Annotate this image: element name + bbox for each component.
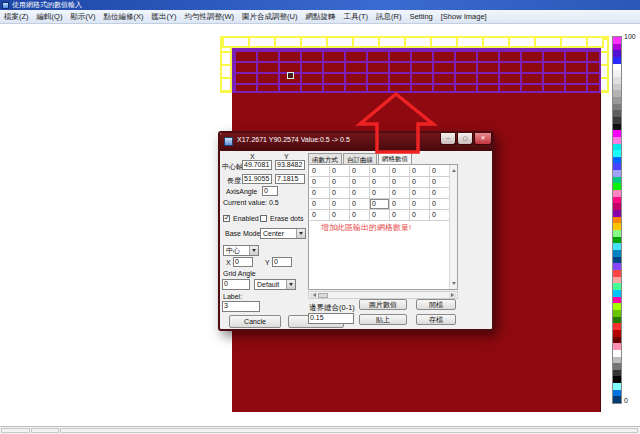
close-button-icon[interactable] bbox=[474, 133, 492, 145]
palette-color[interactable] bbox=[613, 230, 621, 237]
tab-2[interactable]: 自訂曲線 bbox=[343, 153, 377, 164]
palette-color[interactable] bbox=[613, 343, 621, 350]
grid-cell[interactable]: 0 bbox=[330, 177, 350, 188]
grid-cell[interactable]: 0 bbox=[370, 188, 390, 199]
menu-item[interactable]: 訊息(R) bbox=[372, 10, 405, 24]
palette-color[interactable] bbox=[613, 370, 621, 377]
chevron-down-icon[interactable] bbox=[249, 246, 258, 255]
palette-color[interactable] bbox=[613, 177, 621, 184]
menu-item[interactable]: 編輯(Q) bbox=[33, 10, 67, 24]
chevron-down-icon[interactable] bbox=[296, 229, 305, 238]
palette-color[interactable] bbox=[613, 290, 621, 297]
grid-cell[interactable]: 0 bbox=[350, 166, 370, 177]
palette-color[interactable] bbox=[613, 383, 621, 390]
grid-cell[interactable]: 0 bbox=[350, 210, 370, 221]
menu-item[interactable]: 網點旋轉 bbox=[301, 10, 339, 24]
palette-color[interactable] bbox=[613, 350, 621, 357]
grid-cell[interactable]: 0 bbox=[350, 199, 370, 210]
tab-3[interactable]: 網格數值 bbox=[378, 152, 412, 164]
palette-color[interactable] bbox=[613, 110, 621, 117]
enabled-checkbox[interactable] bbox=[223, 215, 230, 222]
palette-color[interactable] bbox=[613, 303, 621, 310]
palette-color[interactable] bbox=[613, 77, 621, 84]
palette-color[interactable] bbox=[613, 37, 621, 44]
palette-color[interactable] bbox=[613, 270, 621, 277]
grid-cell[interactable]: 0 bbox=[410, 210, 430, 221]
grid-cell[interactable]: 0 bbox=[390, 177, 410, 188]
menu-item[interactable]: 均勻性調整(W) bbox=[180, 10, 238, 24]
palette-color[interactable] bbox=[613, 310, 621, 317]
palette-color[interactable] bbox=[613, 217, 621, 224]
grid-cell[interactable]: 0 bbox=[410, 177, 430, 188]
offset-y-field[interactable]: 0 bbox=[272, 257, 292, 267]
axis-angle-field[interactable]: 0 bbox=[262, 186, 278, 196]
grid-cell[interactable]: 0 bbox=[350, 177, 370, 188]
palette-color[interactable] bbox=[613, 117, 621, 124]
grid-cell[interactable]: 0 bbox=[410, 166, 430, 177]
grid-cell[interactable]: 0 bbox=[310, 210, 330, 221]
scroll-right-icon[interactable] bbox=[449, 293, 456, 298]
palette-color[interactable] bbox=[613, 223, 621, 230]
grid-cell[interactable]: 0 bbox=[370, 166, 390, 177]
palette-color[interactable] bbox=[613, 317, 621, 324]
paste-button[interactable]: 貼上 bbox=[359, 314, 407, 325]
palette-color[interactable] bbox=[613, 330, 621, 337]
horizontal-scrollbar[interactable] bbox=[308, 291, 458, 299]
seam-field[interactable]: 0.15 bbox=[308, 313, 354, 324]
palette-color[interactable] bbox=[613, 104, 621, 111]
menu-item[interactable]: 顯示(V) bbox=[66, 10, 99, 24]
palette-color[interactable] bbox=[613, 390, 621, 397]
grid-cell[interactable]: 0 bbox=[350, 188, 370, 199]
palette-color[interactable] bbox=[613, 297, 621, 304]
center-x-field[interactable]: 49.7081 bbox=[242, 160, 272, 170]
dialog-title-bar[interactable]: X17.2671 Y90.2574 Value:0.5 -> 0.5 bbox=[220, 133, 492, 151]
palette-color[interactable] bbox=[613, 363, 621, 370]
palette-color[interactable] bbox=[613, 124, 621, 131]
grid-cell[interactable]: 0 bbox=[310, 177, 330, 188]
palette-color[interactable] bbox=[613, 57, 621, 64]
palette-color[interactable] bbox=[613, 163, 621, 170]
palette-color[interactable] bbox=[613, 283, 621, 290]
palette-color[interactable] bbox=[613, 44, 621, 51]
tab-1[interactable]: 函數方式 bbox=[308, 153, 342, 164]
palette-color[interactable] bbox=[613, 237, 621, 244]
grid-cell[interactable]: 0 bbox=[410, 188, 430, 199]
palette-color[interactable] bbox=[613, 357, 621, 364]
menu-item[interactable]: Setting bbox=[405, 10, 436, 24]
grid-angle-field[interactable]: 0 bbox=[222, 279, 250, 290]
anchor-dropdown[interactable]: 中心 bbox=[223, 245, 259, 256]
open-file-button[interactable]: 開檔 bbox=[416, 299, 456, 310]
grid-cell[interactable]: 0 bbox=[430, 199, 450, 210]
base-mode-dropdown[interactable]: Center bbox=[260, 228, 306, 239]
palette-color[interactable] bbox=[613, 170, 621, 177]
palette-color[interactable] bbox=[613, 243, 621, 250]
grid-cell[interactable]: 0 bbox=[390, 199, 410, 210]
grid-cell[interactable]: 0 bbox=[310, 166, 330, 177]
palette-color[interactable] bbox=[613, 64, 621, 71]
center-y-field[interactable]: 93.8482 bbox=[275, 160, 305, 170]
vertical-scrollbar[interactable] bbox=[449, 165, 457, 289]
chevron-down-icon[interactable] bbox=[286, 280, 295, 289]
menu-item[interactable]: 檔案(Z) bbox=[0, 10, 33, 24]
palette-color[interactable] bbox=[613, 150, 621, 157]
palette-color[interactable] bbox=[613, 157, 621, 164]
grid-cell[interactable]: 0 bbox=[390, 166, 410, 177]
grid-cell[interactable]: 0 bbox=[370, 199, 390, 210]
grid-cell[interactable]: 0 bbox=[330, 188, 350, 199]
palette-color[interactable] bbox=[613, 130, 621, 137]
palette-color[interactable] bbox=[613, 323, 621, 330]
grid-cell[interactable]: 0 bbox=[310, 199, 330, 210]
palette-color[interactable] bbox=[613, 257, 621, 264]
palette-color[interactable] bbox=[613, 97, 621, 104]
minimize-button-icon[interactable] bbox=[440, 133, 456, 145]
grid-cell[interactable]: 0 bbox=[430, 188, 450, 199]
grid-cell[interactable]: 0 bbox=[390, 210, 410, 221]
menu-item[interactable]: 圖片合成調整(U) bbox=[238, 10, 301, 24]
grid-cell[interactable]: 0 bbox=[430, 210, 450, 221]
cancel-button[interactable]: Cancle bbox=[229, 315, 281, 328]
palette-color[interactable] bbox=[613, 210, 621, 217]
palette-color[interactable] bbox=[613, 263, 621, 270]
grid-cell[interactable]: 0 bbox=[430, 177, 450, 188]
grid-angle-mode-dropdown[interactable]: Default bbox=[254, 279, 296, 290]
title-bar[interactable]: 使用網格式的數值輸入 bbox=[0, 0, 640, 10]
